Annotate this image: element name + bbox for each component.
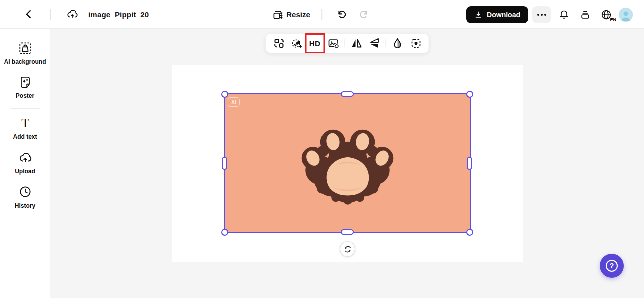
cloud-save-button[interactable] bbox=[64, 6, 81, 23]
opacity-button[interactable] bbox=[389, 35, 406, 51]
sidebar-divider bbox=[10, 108, 40, 109]
more-dots-icon bbox=[537, 14, 546, 16]
divider bbox=[50, 9, 51, 20]
cloud-upload-icon bbox=[66, 8, 79, 21]
handle-top-right[interactable] bbox=[466, 91, 473, 98]
hd-enhance-button[interactable]: HD bbox=[307, 35, 324, 51]
redo-button[interactable] bbox=[355, 6, 372, 23]
notifications-button[interactable] bbox=[555, 6, 573, 23]
flip-horizontal-button[interactable] bbox=[348, 35, 365, 51]
workspace[interactable]: HD bbox=[50, 29, 644, 298]
download-button[interactable]: Download bbox=[466, 6, 528, 23]
resize-button[interactable]: Resize bbox=[272, 9, 310, 20]
toolbar-divider bbox=[345, 39, 345, 47]
sidebar-item-label: Upload bbox=[15, 167, 35, 175]
divider bbox=[321, 9, 322, 20]
handle-middle-right[interactable] bbox=[467, 157, 472, 170]
swap-icon bbox=[273, 37, 285, 49]
avatar[interactable] bbox=[619, 8, 633, 22]
handle-middle-left[interactable] bbox=[222, 157, 227, 170]
undo-icon bbox=[336, 9, 347, 20]
canvas-artboard[interactable]: AI bbox=[172, 65, 523, 262]
flip-horizontal-icon bbox=[350, 37, 362, 49]
download-icon bbox=[474, 11, 482, 19]
sidebar-item-upload[interactable]: Upload bbox=[2, 146, 48, 180]
workspace-stack-button[interactable] bbox=[577, 6, 594, 23]
ai-background-bag-icon bbox=[18, 41, 33, 56]
selected-image[interactable]: AI bbox=[225, 94, 470, 232]
text-T-icon: T bbox=[18, 116, 33, 131]
handle-bottom-right[interactable] bbox=[466, 229, 473, 236]
handle-top-center[interactable] bbox=[341, 91, 354, 97]
sidebar-item-label: Poster bbox=[16, 92, 34, 100]
language-button[interactable]: EN bbox=[598, 6, 615, 23]
smart-select-button[interactable] bbox=[408, 35, 424, 51]
resize-label: Resize bbox=[286, 10, 310, 19]
question-mark-icon: ? bbox=[606, 260, 618, 272]
sidebar-item-label: History bbox=[15, 202, 35, 210]
flip-vertical-icon bbox=[368, 37, 380, 49]
sidebar-item-label: Add text bbox=[13, 133, 37, 141]
replace-image-button[interactable] bbox=[325, 35, 342, 51]
undo-button[interactable] bbox=[333, 6, 350, 23]
image-toolbar: HD bbox=[266, 33, 429, 53]
cloud-upload-icon bbox=[18, 150, 33, 165]
poster-sparkle-page-icon bbox=[18, 75, 33, 90]
layers-stack-icon bbox=[579, 9, 591, 21]
more-options-button[interactable] bbox=[532, 6, 551, 23]
opacity-droplet-icon bbox=[391, 37, 404, 49]
sidebar-item-poster[interactable]: Poster bbox=[2, 71, 48, 105]
chevron-left-icon bbox=[23, 9, 34, 20]
smart-select-icon bbox=[410, 37, 422, 49]
svg-text:T: T bbox=[21, 116, 29, 130]
paw-print-illustration bbox=[296, 120, 399, 207]
sidebar-item-add-text[interactable]: T Add text bbox=[2, 112, 48, 146]
handle-top-left[interactable] bbox=[221, 91, 228, 98]
sidebar-item-history[interactable]: History bbox=[2, 180, 48, 215]
swap-replace-button[interactable] bbox=[271, 35, 287, 51]
language-badge: EN bbox=[609, 18, 617, 22]
ai-retouch-wand-icon bbox=[291, 37, 303, 49]
rotate-icon bbox=[343, 245, 352, 254]
handle-bottom-left[interactable] bbox=[221, 229, 228, 236]
top-bar: image_Pippit_20 Resize bbox=[0, 0, 644, 29]
resize-icon bbox=[272, 9, 283, 20]
flip-vertical-button[interactable] bbox=[366, 35, 383, 51]
redo-icon bbox=[358, 9, 369, 20]
hd-enhance-label: HD bbox=[309, 39, 320, 48]
document-title[interactable]: image_Pippit_20 bbox=[88, 10, 149, 19]
bell-icon bbox=[558, 9, 570, 21]
sidebar-item-ai-background[interactable]: AI background bbox=[2, 37, 48, 71]
sidebar-item-label: AI background bbox=[4, 58, 46, 66]
handle-bottom-center[interactable] bbox=[341, 229, 354, 235]
ai-generated-badge: AI bbox=[228, 97, 240, 107]
toolbar-divider bbox=[386, 39, 386, 47]
download-label: Download bbox=[487, 11, 520, 19]
replace-image-icon bbox=[327, 37, 339, 49]
back-button[interactable] bbox=[20, 6, 37, 23]
ai-retouch-button[interactable] bbox=[289, 35, 305, 51]
left-sidebar: AI background Poster T Add text bbox=[0, 29, 50, 298]
clock-icon bbox=[18, 184, 33, 200]
help-button[interactable]: ? bbox=[600, 254, 624, 278]
rotate-handle[interactable] bbox=[340, 241, 355, 257]
